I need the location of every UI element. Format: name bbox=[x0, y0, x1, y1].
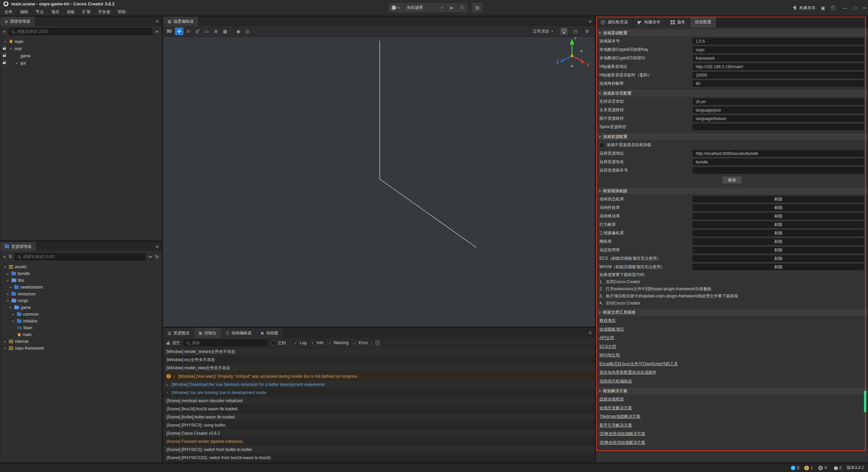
refresh-icon[interactable]: ↻ bbox=[155, 254, 159, 259]
restart-button[interactable]: ↻ bbox=[457, 3, 468, 13]
warning-count-badge[interactable]: ! 1 bbox=[804, 466, 813, 470]
console-search[interactable] bbox=[184, 339, 268, 346]
doc-link[interactable]: 原生包热更新配置自动生成插件 bbox=[599, 370, 656, 375]
hierarchy-search[interactable] bbox=[8, 28, 152, 35]
tree-row[interactable]: ▾main bbox=[0, 38, 162, 45]
filter-log-checkbox[interactable]: ✓Log bbox=[294, 340, 307, 345]
filter-info-checkbox[interactable]: ✓Info bbox=[311, 340, 323, 345]
remove-module-button[interactable]: 剔除 bbox=[693, 221, 864, 228]
tree-row[interactable]: ▸resources bbox=[0, 291, 162, 297]
tree-row[interactable]: ▾root bbox=[0, 45, 162, 52]
tree-row[interactable]: ▾script bbox=[0, 297, 162, 304]
log-row[interactable]: [Scene] Forward render pipeline initiali… bbox=[163, 437, 595, 446]
expand-arrow-icon[interactable]: › bbox=[173, 374, 176, 379]
error-count-badge[interactable]: × 0 bbox=[818, 466, 827, 470]
doc-link[interactable]: 战棋游戏框架 bbox=[599, 396, 624, 402]
chevron-down-icon[interactable]: ▾ bbox=[4, 265, 9, 269]
log-row[interactable]: [Window] ecs文件夹不存在 bbox=[163, 356, 595, 364]
tab-assets[interactable]: 资源管理器 bbox=[0, 242, 36, 251]
doc-link[interactable]: 2D角色扮演游戏解决方案 bbox=[599, 431, 645, 437]
coordinate-toggle-button[interactable]: ◎ bbox=[243, 27, 252, 35]
menu-item[interactable]: 节点 bbox=[32, 8, 47, 15]
section-header[interactable]: ▾框架文档工具链接 bbox=[596, 308, 868, 316]
chevron-down-icon[interactable]: ▾ bbox=[10, 47, 15, 51]
remove-module-button[interactable]: 剔除 bbox=[693, 264, 864, 270]
tree-row[interactable]: ▸initialize bbox=[0, 318, 162, 324]
tree-row[interactable]: TSMain bbox=[0, 324, 162, 331]
notification-badge[interactable]: 0 bbox=[834, 466, 842, 470]
tree-row[interactable]: ▾game bbox=[0, 304, 162, 311]
remove-module-button[interactable]: 剔除 bbox=[693, 230, 864, 236]
maximize-button[interactable]: □ bbox=[854, 5, 856, 11]
info-count-badge[interactable]: i 3 bbox=[791, 466, 800, 470]
expand-arrow-icon[interactable]: › bbox=[166, 390, 169, 395]
menu-item[interactable]: 文件 bbox=[1, 8, 16, 15]
tab-服务[interactable]: 服务 bbox=[666, 17, 690, 27]
axis-gizmo[interactable]: X Y Z bbox=[552, 35, 592, 76]
add-node-button[interactable]: + bbox=[3, 29, 6, 34]
section-header[interactable]: ▾游戏多语言配置 bbox=[596, 89, 868, 97]
log-row[interactable]: [Scene] [PHYSICS]: switch from builtin t… bbox=[163, 446, 595, 454]
remove-module-button[interactable]: 剔除 bbox=[693, 213, 864, 219]
field-input-本地数据CryptoES加密Key[interactable] bbox=[693, 46, 864, 53]
pivot-toggle-button[interactable]: ◉ bbox=[234, 27, 242, 35]
log-row[interactable]: ›[Window] Download the Vue Devtools exte… bbox=[163, 380, 595, 389]
ui-grid-tool-button[interactable]: ▦ bbox=[221, 27, 229, 35]
tab-动画图[interactable]: ◉动画图 bbox=[256, 328, 282, 338]
field-input-本地数据CryptoES加密IV[interactable] bbox=[693, 55, 864, 61]
tree-row[interactable]: main bbox=[0, 331, 162, 338]
log-row[interactable]: [Scene] [PHYSICS]: using builtin. bbox=[163, 421, 595, 429]
log-row[interactable]: !›[Window] [Vue warn]: Property "onInput… bbox=[163, 372, 595, 380]
tab-资源预览[interactable]: ▤资源预览 bbox=[163, 328, 194, 338]
doc-link[interactable]: 教程项目 bbox=[599, 318, 616, 323]
scene-viewport[interactable]: X Y Z bbox=[163, 37, 595, 327]
field-input-文本资源路径[interactable] bbox=[693, 107, 864, 113]
hierarchy-search-input[interactable] bbox=[17, 29, 149, 34]
tree-row[interactable]: ▸oops-framework bbox=[0, 345, 162, 352]
section-header[interactable]: ▾框架模块剔除 bbox=[596, 187, 868, 195]
expand-arrow-icon[interactable]: › bbox=[166, 382, 169, 387]
doc-link[interactable]: 新手引导解决方案 bbox=[599, 422, 632, 428]
scale-tool-button[interactable] bbox=[193, 27, 202, 35]
menu-item[interactable]: 面板 bbox=[63, 8, 79, 15]
assets-search[interactable] bbox=[15, 253, 145, 260]
filter-error-checkbox[interactable]: ✓Error bbox=[353, 340, 368, 345]
close-button[interactable]: × bbox=[863, 5, 865, 11]
panel-menu-icon[interactable]: ≡ bbox=[589, 330, 592, 335]
tab-hierarchy[interactable]: ◈ 层级管理器 bbox=[0, 17, 35, 26]
remove-module-button[interactable]: 剔除 bbox=[693, 204, 864, 211]
tree-row[interactable]: ▸common bbox=[0, 311, 162, 318]
field-input-远程资源版本号[interactable] bbox=[693, 167, 864, 174]
field-input-图片资源路径[interactable] bbox=[693, 115, 864, 122]
field-input-游戏版本号[interactable] bbox=[693, 38, 864, 44]
remove-module-button[interactable]: 剔除 bbox=[693, 196, 864, 202]
log-row[interactable]: [Scene] Cocos Creator v3.8.2 bbox=[163, 429, 595, 437]
sort-icon[interactable]: ⇅ bbox=[8, 254, 12, 259]
tab-构建发布[interactable]: 构建发布 bbox=[633, 17, 666, 27]
tab-动画编辑器[interactable]: ◳动画编辑器 bbox=[221, 328, 256, 338]
chevron-down-icon[interactable]: ▾ bbox=[7, 279, 12, 282]
console-search-input[interactable] bbox=[192, 340, 265, 345]
move-tool-button[interactable] bbox=[175, 27, 183, 35]
panel-menu-icon[interactable]: ≡ bbox=[589, 18, 592, 24]
device-preview-button[interactable]: ⊞ bbox=[472, 3, 483, 13]
gizmo-extra-tool-button[interactable]: ⊞ bbox=[212, 27, 220, 35]
doc-link[interactable]: 动画状态机编辑器 bbox=[599, 378, 632, 384]
tree-row[interactable]: game bbox=[0, 52, 162, 59]
section-header[interactable]: ▾游戏基础配置 bbox=[596, 29, 868, 37]
chevron-right-icon[interactable]: ▸ bbox=[13, 313, 17, 316]
tab-scene-editor[interactable]: ▦ 场景编辑器 bbox=[163, 17, 198, 26]
filter-warning-checkbox[interactable]: ✓Warning bbox=[328, 340, 349, 345]
log-row[interactable]: [Window] render_texture文件夹不存在 bbox=[163, 348, 595, 356]
chevron-right-icon[interactable]: ▸ bbox=[13, 319, 17, 323]
field-input-远程资源包名[interactable] bbox=[693, 159, 864, 165]
platform-select-button[interactable]: ▾ bbox=[388, 3, 403, 13]
section-header[interactable]: ▾框架解决方案 bbox=[596, 387, 868, 395]
doc-link[interactable]: 全栈开发解决方案 bbox=[599, 405, 632, 411]
log-file-icon[interactable] bbox=[376, 341, 379, 345]
log-row[interactable]: ›[Window] You are running Vue in develop… bbox=[163, 389, 595, 397]
log-row[interactable]: [Scene] [box2d]:box2d wasm lib loaded. bbox=[163, 405, 595, 413]
tree-row[interactable]: ▸seedrandom bbox=[0, 284, 162, 291]
panel-menu-icon[interactable]: ≡ bbox=[156, 243, 159, 249]
doc-link[interactable]: Excel格式转Json文件与TypeScript代码工具 bbox=[599, 361, 678, 367]
